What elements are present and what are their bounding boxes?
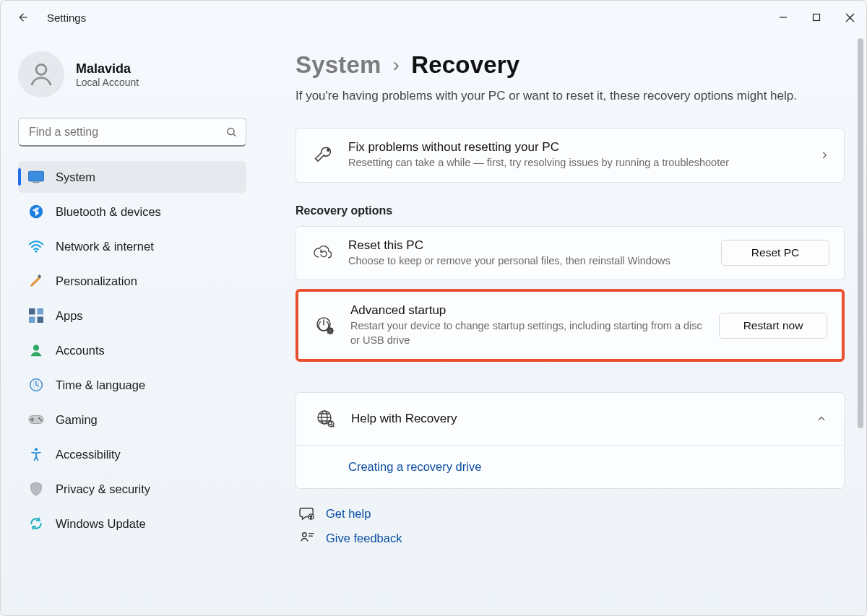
sidebar-item-windows-update[interactable]: Windows Update — [18, 508, 246, 539]
sidebar-item-label: Personalization — [56, 274, 137, 288]
svg-point-10 — [35, 251, 38, 253]
chevron-up-icon — [816, 414, 827, 424]
restart-now-button[interactable]: Restart now — [719, 313, 827, 339]
profile-block[interactable]: Malavida Local Account — [18, 51, 246, 97]
svg-rect-15 — [38, 317, 44, 324]
sidebar-item-apps[interactable]: Apps — [18, 300, 246, 331]
advanced-startup-subtitle: Restart your device to change startup se… — [350, 319, 706, 347]
search-container — [18, 118, 246, 147]
svg-line-6 — [233, 134, 236, 136]
sidebar-item-label: System — [56, 170, 95, 184]
search-icon — [225, 126, 238, 139]
accounts-icon — [28, 342, 44, 358]
breadcrumb-current: Recovery — [411, 51, 519, 79]
content-area: System › Recovery If you're having probl… — [261, 34, 866, 615]
apps-icon — [28, 308, 44, 324]
sidebar-item-personalization[interactable]: Personalization — [18, 265, 246, 297]
give-feedback-link[interactable]: Give feedback — [298, 531, 845, 545]
breadcrumb: System › Recovery — [296, 51, 845, 79]
reset-pc-subtitle: Choose to keep or remove your personal f… — [348, 254, 708, 269]
sidebar-item-label: Apps — [56, 309, 83, 323]
breadcrumb-parent[interactable]: System — [296, 51, 381, 79]
sidebar-item-accessibility[interactable]: Accessibility — [18, 438, 246, 470]
svg-rect-12 — [29, 308, 35, 315]
help-sublink-row: Creating a recovery drive — [296, 445, 844, 488]
sidebar-item-privacy[interactable]: Privacy & security — [18, 473, 246, 505]
scrollbar[interactable] — [858, 38, 863, 428]
sidebar-item-label: Privacy & security — [56, 482, 150, 496]
sidebar-item-bluetooth[interactable]: Bluetooth & devices — [18, 196, 246, 227]
svg-point-20 — [38, 417, 40, 420]
power-gear-icon — [313, 316, 337, 336]
globe-clock-icon — [28, 377, 44, 393]
sidebar-item-label: Bluetooth & devices — [56, 205, 161, 219]
recovery-drive-link[interactable]: Creating a recovery drive — [348, 460, 481, 473]
gaming-icon — [28, 412, 44, 428]
paintbrush-icon — [28, 273, 44, 289]
sidebar-item-network[interactable]: Network & internet — [18, 230, 246, 262]
maximize-button[interactable] — [800, 1, 833, 34]
close-button[interactable] — [833, 1, 866, 34]
get-help-label: Get help — [326, 507, 371, 521]
system-icon — [28, 169, 44, 185]
sidebar-item-accounts[interactable]: Accounts — [18, 334, 246, 366]
sidebar-item-label: Time & language — [56, 378, 145, 392]
sidebar-item-label: Accounts — [56, 344, 105, 357]
search-input[interactable] — [18, 118, 246, 147]
get-help-link[interactable]: ? Get help — [298, 506, 845, 521]
window-title: Settings — [47, 12, 86, 24]
svg-rect-7 — [28, 171, 43, 181]
shield-icon — [28, 481, 44, 497]
chevron-right-icon — [819, 150, 829, 160]
sidebar-item-gaming[interactable]: Gaming — [18, 404, 246, 435]
svg-point-22 — [35, 448, 38, 451]
profile-account-type: Local Account — [76, 77, 139, 88]
back-button[interactable] — [11, 6, 34, 29]
sidebar-item-time-language[interactable]: Time & language — [18, 369, 246, 401]
bluetooth-icon — [28, 204, 44, 220]
fix-problems-title: Fix problems without resetting your PC — [348, 140, 806, 155]
reset-cloud-icon — [311, 244, 335, 261]
advanced-startup-title: Advanced startup — [350, 303, 706, 318]
recovery-options-label: Recovery options — [296, 204, 845, 217]
globe-search-icon — [314, 409, 338, 429]
feedback-icon — [298, 531, 316, 545]
advanced-startup-highlight: Advanced startup Restart your device to … — [296, 289, 845, 362]
reset-pc-card: Reset this PC Choose to keep or remove y… — [296, 226, 845, 281]
help-header[interactable]: Help with Recovery — [296, 393, 844, 445]
sidebar: Malavida Local Account System Bluetooth … — [1, 34, 261, 615]
svg-point-23 — [327, 149, 329, 151]
fix-problems-subtitle: Resetting can take a while — first, try … — [348, 156, 806, 170]
avatar — [18, 51, 64, 97]
reset-pc-title: Reset this PC — [348, 238, 708, 253]
svg-point-33 — [303, 533, 306, 537]
wifi-icon — [28, 238, 44, 254]
accessibility-icon — [28, 446, 44, 462]
sidebar-item-system[interactable]: System — [18, 161, 246, 193]
help-title: Help with Recovery — [351, 412, 803, 426]
svg-point-16 — [33, 345, 39, 351]
sidebar-item-label: Gaming — [56, 413, 98, 427]
reset-pc-button[interactable]: Reset PC — [721, 240, 829, 266]
svg-point-26 — [329, 329, 332, 331]
minimize-button[interactable] — [767, 1, 800, 34]
wrench-icon — [311, 145, 335, 165]
chat-help-icon: ? — [298, 506, 316, 521]
svg-rect-8 — [33, 182, 39, 183]
fix-problems-card[interactable]: Fix problems without resetting your PC R… — [296, 128, 845, 183]
sidebar-item-label: Accessibility — [56, 448, 121, 461]
svg-point-5 — [228, 128, 234, 134]
give-feedback-label: Give feedback — [326, 532, 402, 545]
titlebar: Settings — [1, 1, 866, 34]
sidebar-item-label: Network & internet — [56, 240, 154, 253]
chevron-right-icon: › — [393, 53, 400, 77]
sidebar-nav: System Bluetooth & devices Network & int… — [18, 161, 246, 539]
window-controls — [767, 1, 866, 34]
sidebar-item-label: Windows Update — [56, 517, 146, 531]
footer-links: ? Get help Give feedback — [296, 506, 845, 545]
svg-point-21 — [40, 420, 43, 422]
svg-point-4 — [36, 64, 46, 74]
help-with-recovery-card: Help with Recovery Creating a recovery d… — [296, 392, 845, 489]
update-icon — [28, 516, 44, 532]
settings-window: Settings Malavida Local Account — [0, 0, 867, 616]
